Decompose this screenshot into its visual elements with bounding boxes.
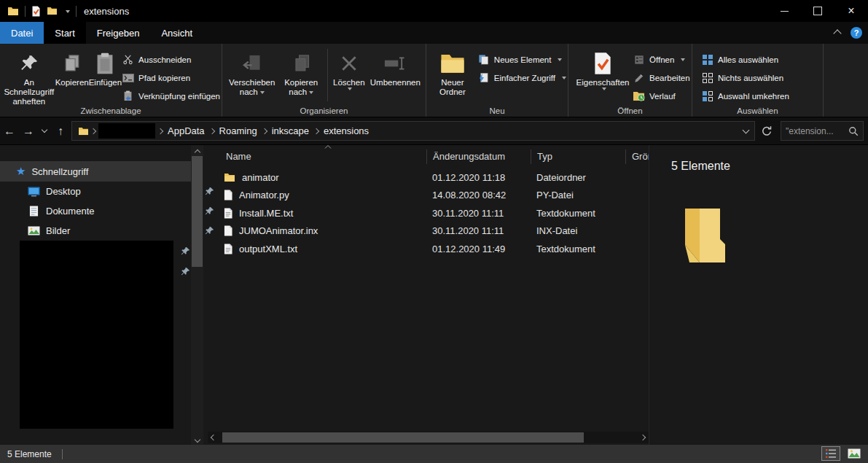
paste-shortcut-button[interactable]: Verknüpfung einfügen: [122, 87, 220, 105]
new-item-button[interactable]: Neues Element: [477, 50, 566, 69]
group-label-clipboard: Zwischenablage: [0, 106, 222, 115]
sidebar-scrollbar[interactable]: [191, 145, 203, 445]
ribbon-group-clipboard: An Schnellzugriff anheften Kopieren Einf…: [0, 44, 222, 117]
qat-properties-button[interactable]: [31, 6, 41, 17]
address-field[interactable]: AppData Roaming inkscape extensions: [71, 121, 755, 141]
horizontal-scrollbar[interactable]: [208, 432, 649, 443]
column-header-name[interactable]: Name: [208, 149, 426, 164]
address-bar-row: ← → ↑ AppData Roaming inkscape extension…: [0, 117, 868, 145]
search-icon[interactable]: [848, 126, 859, 136]
crumb-separator-icon[interactable]: [90, 128, 96, 133]
copy-to-button[interactable]: Kopieren nach: [278, 47, 324, 97]
sort-ascending-icon: [324, 145, 332, 149]
pin-icon[interactable]: [181, 267, 190, 276]
scroll-right-icon[interactable]: [637, 432, 649, 443]
rename-icon: [383, 49, 407, 78]
collapse-ribbon-icon[interactable]: [834, 26, 840, 39]
close-button[interactable]: ×: [834, 0, 868, 22]
open-button[interactable]: Öffnen: [633, 50, 690, 69]
scrollbar-track[interactable]: [219, 432, 637, 443]
pin-to-quick-access-button[interactable]: An Schnellzugriff anheften: [3, 47, 55, 106]
sidebar-item-documents[interactable]: Dokumente: [0, 201, 217, 221]
file-row[interactable]: animator 01.12.2020 11:18 Dateiordner: [208, 168, 649, 187]
column-header-size[interactable]: Größe: [625, 149, 649, 164]
qat-customize-button[interactable]: [63, 4, 70, 17]
details-view-button[interactable]: [821, 446, 840, 461]
file-icon: [224, 225, 232, 236]
copy-to-icon: [291, 49, 311, 78]
pin-icon[interactable]: [181, 246, 190, 256]
copy-path-button[interactable]: Pfad kopieren: [122, 69, 220, 87]
scroll-left-icon[interactable]: [208, 432, 219, 443]
copy-to-caret: [309, 91, 313, 94]
move-to-button[interactable]: Verschieben nach: [225, 47, 278, 97]
forward-button[interactable]: →: [19, 121, 38, 141]
breadcrumb-roaming[interactable]: Roaming: [214, 125, 262, 136]
column-header-date[interactable]: Änderungsdatum: [426, 149, 531, 164]
file-row[interactable]: Install.ME.txt 30.11.2020 11:11 Textdoku…: [208, 204, 649, 222]
ribbon-group-select: Alles auswählen Nichts auswählen Auswahl…: [692, 44, 824, 117]
status-separator: [62, 449, 63, 459]
edit-button[interactable]: Bearbeiten: [633, 69, 690, 87]
large-folder-icon: [683, 206, 868, 265]
move-to-caret: [260, 91, 265, 94]
select-none-button[interactable]: Nichts auswählen: [701, 69, 789, 87]
maximize-button[interactable]: [801, 0, 834, 22]
address-dropdown-icon[interactable]: [743, 125, 748, 138]
copy-button[interactable]: Kopieren: [55, 47, 89, 87]
breadcrumb-appdata[interactable]: AppData: [163, 125, 210, 136]
invert-selection-button[interactable]: Auswahl umkehren: [701, 87, 789, 105]
tab-start[interactable]: Start: [44, 22, 85, 44]
new-folder-button[interactable]: Neuer Ordner: [434, 47, 472, 97]
breadcrumb-inkscape[interactable]: inkscape: [267, 125, 314, 136]
scrollbar-thumb[interactable]: [222, 432, 584, 443]
large-icons-view-button[interactable]: [845, 446, 864, 461]
refresh-button[interactable]: [759, 125, 774, 137]
file-icon: [224, 190, 232, 201]
copy-icon: [62, 49, 82, 78]
column-header-type[interactable]: Typ: [531, 149, 625, 164]
qat-new-folder-button[interactable]: [47, 7, 58, 15]
file-list: Name Änderungsdatum Typ Größe animator 0…: [208, 145, 649, 445]
scrollbar-thumb[interactable]: [192, 156, 203, 267]
easy-access-button[interactable]: Einfacher Zugriff: [477, 69, 566, 87]
easy-access-icon: [477, 72, 490, 83]
group-label-open: Öffnen: [568, 106, 692, 115]
recent-locations-button[interactable]: [38, 121, 51, 141]
scroll-down-icon[interactable]: [191, 434, 203, 445]
address-folder-icon: [78, 127, 89, 136]
file-row[interactable]: JUMOAnimator.inx 30.11.2020 11:11 INX-Da…: [208, 222, 649, 241]
search-input[interactable]: [786, 126, 848, 136]
tab-freigeben[interactable]: Freigeben: [86, 22, 151, 44]
ribbon-tab-bar: Datei Start Freigeben Ansicht ?: [0, 22, 868, 44]
select-all-button[interactable]: Alles auswählen: [701, 50, 789, 69]
back-button[interactable]: ←: [0, 121, 19, 141]
window-title: extensions: [84, 6, 129, 17]
delete-button[interactable]: Löschen: [332, 47, 367, 90]
navigation-pane: ★ Schnellzugriff Desktop Dokumente: [0, 145, 191, 445]
scroll-up-icon[interactable]: [191, 145, 203, 156]
breadcrumb-extensions[interactable]: extensions: [318, 125, 374, 136]
history-button[interactable]: Verlauf: [633, 87, 690, 105]
up-button[interactable]: ↑: [51, 121, 70, 141]
tab-ansicht[interactable]: Ansicht: [150, 22, 203, 44]
help-icon[interactable]: ?: [851, 27, 862, 39]
search-box[interactable]: [781, 121, 864, 141]
status-bar: 5 Elemente: [0, 445, 868, 463]
tab-datei[interactable]: Datei: [0, 22, 44, 44]
paste-button[interactable]: Einfügen: [89, 47, 122, 87]
minimize-button[interactable]: [767, 0, 801, 22]
sidebar-item-desktop[interactable]: Desktop: [0, 182, 217, 201]
rename-button[interactable]: Umbenennen: [367, 47, 424, 87]
cut-button[interactable]: Ausschneiden: [122, 50, 220, 69]
pencil-icon: [633, 73, 645, 83]
properties-button[interactable]: Eigenschaften: [574, 47, 631, 90]
file-row[interactable]: Animator.py 14.08.2020 08:42 PY-Datei: [208, 187, 649, 205]
sidebar-item-pictures[interactable]: Bilder: [0, 221, 217, 241]
file-row[interactable]: outputXML.txt 01.12.2020 11:49 Textdokum…: [208, 240, 649, 258]
text-file-icon: [224, 244, 232, 254]
redacted-sidebar-items: [20, 241, 173, 429]
group-label-organize: Organisieren: [222, 106, 426, 115]
explorer-window: extensions × Datei Start Freigeben Ansic…: [0, 0, 868, 463]
sidebar-item-quick-access[interactable]: ★ Schnellzugriff: [0, 161, 191, 182]
